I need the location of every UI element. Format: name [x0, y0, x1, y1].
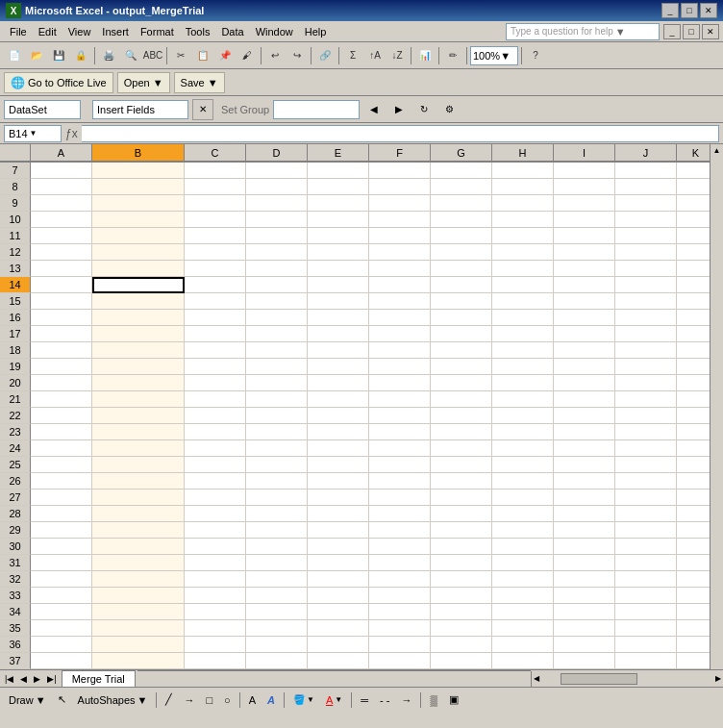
cell-B37[interactable] [92, 653, 185, 669]
cell-A26[interactable] [31, 473, 92, 490]
cell-G16[interactable] [431, 310, 492, 326]
cell-F13[interactable] [369, 261, 431, 277]
cell-I8[interactable] [554, 179, 615, 195]
cell-I10[interactable] [554, 212, 615, 228]
cell-J12[interactable] [615, 244, 677, 261]
cell-D23[interactable] [246, 424, 308, 440]
cell-G11[interactable] [431, 228, 492, 244]
cell-I21[interactable] [554, 391, 615, 408]
cell-I30[interactable] [554, 539, 615, 555]
cell-I25[interactable] [554, 457, 615, 473]
h-scrollbar-thumb[interactable] [561, 673, 637, 685]
row-header-23[interactable]: 23 [0, 424, 31, 440]
sheet-nav-next[interactable]: ▶ [31, 673, 43, 685]
cell-F9[interactable] [369, 195, 431, 212]
cell-A13[interactable] [31, 261, 92, 277]
cell-H17[interactable] [492, 326, 554, 342]
cell-J28[interactable] [615, 506, 677, 522]
fill-color-button[interactable]: 🪣▼ [288, 690, 319, 710]
cell-A34[interactable] [31, 604, 92, 620]
cell-A11[interactable] [31, 228, 92, 244]
row-header-26[interactable]: 26 [0, 473, 31, 490]
cell-C7[interactable] [185, 163, 246, 179]
open-dropdown-icon[interactable]: ▼ [153, 77, 163, 88]
cell-I20[interactable] [554, 375, 615, 391]
cell-K37[interactable] [677, 653, 710, 669]
cell-F32[interactable] [369, 571, 431, 588]
cell-D8[interactable] [246, 179, 308, 195]
cell-G34[interactable] [431, 604, 492, 620]
go-to-office-live-button[interactable]: 🌐 Go to Office Live [4, 72, 113, 93]
print-button[interactable]: 🖨️ [98, 45, 119, 66]
cell-A37[interactable] [31, 653, 92, 669]
cell-E16[interactable] [308, 310, 369, 326]
cell-A10[interactable] [31, 212, 92, 228]
cell-D7[interactable] [246, 163, 308, 179]
cell-D36[interactable] [246, 637, 308, 653]
cell-J25[interactable] [615, 457, 677, 473]
cell-F15[interactable] [369, 293, 431, 310]
cell-A8[interactable] [31, 179, 92, 195]
cell-D16[interactable] [246, 310, 308, 326]
cell-H14[interactable] [492, 277, 554, 293]
line-style-button[interactable]: ═ [356, 690, 373, 710]
help-search-box[interactable]: Type a question for help ▼ [506, 23, 660, 40]
cell-J14[interactable] [615, 277, 677, 293]
row-header-11[interactable]: 11 [0, 228, 31, 244]
cell-D14[interactable] [246, 277, 308, 293]
corner-cell[interactable] [0, 144, 31, 162]
cell-E17[interactable] [308, 326, 369, 342]
cell-C31[interactable] [185, 555, 246, 571]
cell-D28[interactable] [246, 506, 308, 522]
wordart-button[interactable]: A [262, 690, 280, 710]
cell-F26[interactable] [369, 473, 431, 490]
col-header-F[interactable]: F [369, 144, 431, 162]
cell-F24[interactable] [369, 440, 431, 457]
cell-K26[interactable] [677, 473, 710, 490]
cell-K32[interactable] [677, 571, 710, 588]
cell-J9[interactable] [615, 195, 677, 212]
row-header-24[interactable]: 24 [0, 440, 31, 457]
cell-C8[interactable] [185, 179, 246, 195]
menu-insert[interactable]: Insert [96, 24, 135, 39]
row-header-36[interactable]: 36 [0, 637, 31, 653]
cell-B36[interactable] [92, 637, 185, 653]
paste-button[interactable]: 📌 [214, 45, 236, 66]
cell-I9[interactable] [554, 195, 615, 212]
cell-C14[interactable] [185, 277, 246, 293]
minimize-button[interactable]: _ [661, 3, 679, 18]
cell-H27[interactable] [492, 490, 554, 506]
cell-A17[interactable] [31, 326, 92, 342]
sheet-nav-prev[interactable]: ◀ [17, 673, 30, 685]
cell-B12[interactable] [92, 244, 185, 261]
row-header-17[interactable]: 17 [0, 326, 31, 342]
dataset-dropdown[interactable]: DataSet [4, 100, 81, 119]
cell-I22[interactable] [554, 408, 615, 424]
cell-A24[interactable] [31, 440, 92, 457]
menu-view[interactable]: View [62, 24, 97, 39]
row-header-13[interactable]: 13 [0, 261, 31, 277]
cell-C20[interactable] [185, 375, 246, 391]
maximize-button[interactable]: □ [681, 3, 698, 18]
cell-A20[interactable] [31, 375, 92, 391]
textbox-button[interactable]: A [244, 690, 261, 710]
cell-I28[interactable] [554, 506, 615, 522]
cell-I35[interactable] [554, 620, 615, 637]
cell-J23[interactable] [615, 424, 677, 440]
cell-I33[interactable] [554, 588, 615, 604]
row-header-12[interactable]: 12 [0, 244, 31, 261]
format-painter-button[interactable]: 🖌 [237, 45, 258, 66]
cell-B35[interactable] [92, 620, 185, 637]
cell-I19[interactable] [554, 359, 615, 375]
cell-G20[interactable] [431, 375, 492, 391]
cell-C36[interactable] [185, 637, 246, 653]
cell-A25[interactable] [31, 457, 92, 473]
cell-B34[interactable] [92, 604, 185, 620]
row-header-35[interactable]: 35 [0, 620, 31, 637]
cell-H36[interactable] [492, 637, 554, 653]
row-header-22[interactable]: 22 [0, 408, 31, 424]
save-to-office-button[interactable]: Save ▼ [174, 72, 225, 93]
cell-G30[interactable] [431, 539, 492, 555]
cell-E23[interactable] [308, 424, 369, 440]
cell-K29[interactable] [677, 522, 710, 539]
